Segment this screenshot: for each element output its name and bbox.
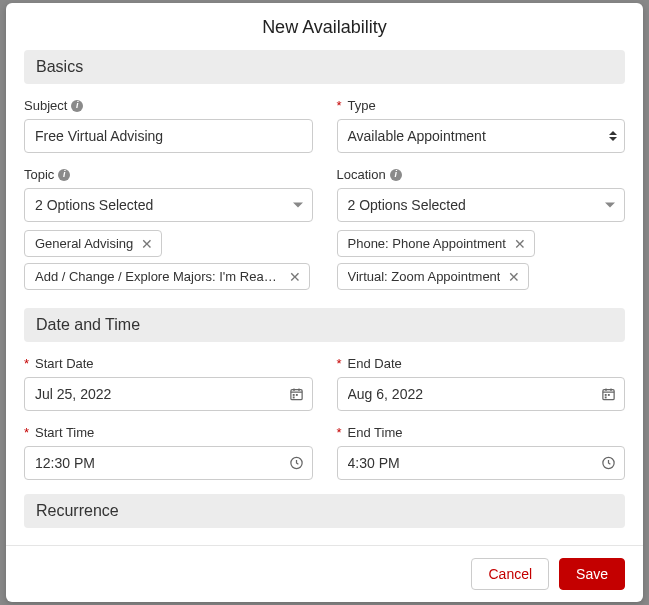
- modal-footer: Cancel Save: [6, 545, 643, 602]
- chip-label: General Advising: [35, 236, 133, 251]
- start-time-label: Start Time: [35, 425, 94, 440]
- topic-chip: Add / Change / Explore Majors: I'm Ready…: [24, 263, 310, 290]
- section-recurrence-header: Recurrence: [24, 494, 625, 528]
- type-select[interactable]: Available Appointment: [337, 119, 626, 153]
- save-button[interactable]: Save: [559, 558, 625, 590]
- svg-rect-2: [295, 394, 297, 396]
- location-label-row: Location i: [337, 167, 626, 182]
- required-marker: *: [24, 425, 29, 440]
- location-label: Location: [337, 167, 386, 182]
- required-marker: *: [24, 356, 29, 371]
- start-date-label-row: * Start Date: [24, 356, 313, 371]
- info-icon[interactable]: i: [71, 100, 83, 112]
- topic-label: Topic: [24, 167, 54, 182]
- close-icon[interactable]: ✕: [514, 237, 526, 251]
- svg-rect-1: [292, 394, 294, 396]
- start-date-label: Start Date: [35, 356, 94, 371]
- subject-input[interactable]: [24, 119, 313, 153]
- svg-rect-7: [605, 397, 607, 399]
- calendar-icon[interactable]: [601, 387, 616, 402]
- topic-label-row: Topic i: [24, 167, 313, 182]
- section-datetime-header: Date and Time: [24, 308, 625, 342]
- topic-chips: General Advising ✕ Add / Change / Explor…: [24, 230, 313, 290]
- topic-select[interactable]: 2 Options Selected: [24, 188, 313, 222]
- modal-title: New Availability: [6, 17, 643, 38]
- location-chip: Phone: Phone Appointment ✕: [337, 230, 535, 257]
- calendar-icon[interactable]: [289, 387, 304, 402]
- clock-icon[interactable]: [601, 456, 616, 471]
- close-icon[interactable]: ✕: [141, 237, 153, 251]
- end-date-label-row: * End Date: [337, 356, 626, 371]
- required-marker: *: [337, 98, 342, 113]
- location-chips: Phone: Phone Appointment ✕ Virtual: Zoom…: [337, 230, 626, 290]
- subject-label: Subject: [24, 98, 67, 113]
- section-basics-header: Basics: [24, 50, 625, 84]
- chip-label: Phone: Phone Appointment: [348, 236, 506, 251]
- info-icon[interactable]: i: [390, 169, 402, 181]
- svg-rect-6: [608, 394, 610, 396]
- modal-header: New Availability: [6, 3, 643, 50]
- topic-chip: General Advising ✕: [24, 230, 162, 257]
- chip-label: Add / Change / Explore Majors: I'm Ready…: [35, 269, 281, 284]
- close-icon[interactable]: ✕: [289, 270, 301, 284]
- start-time-input[interactable]: [24, 446, 313, 480]
- location-chip: Virtual: Zoom Appointment ✕: [337, 263, 530, 290]
- info-icon[interactable]: i: [58, 169, 70, 181]
- start-date-input[interactable]: [24, 377, 313, 411]
- end-time-label: End Time: [348, 425, 403, 440]
- end-time-label-row: * End Time: [337, 425, 626, 440]
- modal-body: Basics Subject i * Type Available Appoin…: [6, 50, 643, 545]
- location-select[interactable]: 2 Options Selected: [337, 188, 626, 222]
- subject-label-row: Subject i: [24, 98, 313, 113]
- required-marker: *: [337, 425, 342, 440]
- new-availability-modal: New Availability Basics Subject i * Type…: [6, 3, 643, 602]
- close-icon[interactable]: ✕: [508, 270, 520, 284]
- chip-label: Virtual: Zoom Appointment: [348, 269, 501, 284]
- start-time-label-row: * Start Time: [24, 425, 313, 440]
- clock-icon[interactable]: [289, 456, 304, 471]
- svg-rect-3: [292, 397, 294, 399]
- type-label-row: * Type: [337, 98, 626, 113]
- type-label: Type: [348, 98, 376, 113]
- svg-rect-5: [605, 394, 607, 396]
- cancel-button[interactable]: Cancel: [471, 558, 549, 590]
- end-time-input[interactable]: [337, 446, 626, 480]
- end-date-label: End Date: [348, 356, 402, 371]
- required-marker: *: [337, 356, 342, 371]
- end-date-input[interactable]: [337, 377, 626, 411]
